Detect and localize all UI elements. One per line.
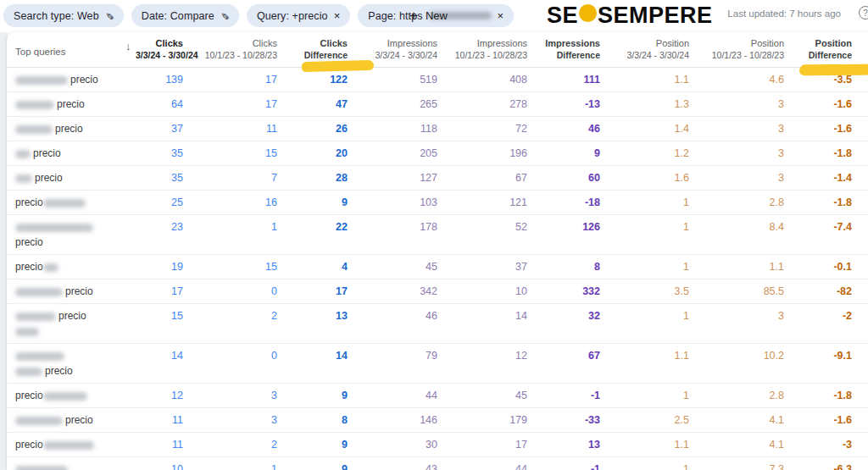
cell-position-difference: -1.8 [784,384,852,401]
cell-position-current: 1.3 [600,92,689,110]
query-cell[interactable]: precio [7,279,136,303]
query-cell[interactable]: precio [7,141,136,165]
close-icon[interactable]: × [498,10,504,21]
cell-impressions-current: 205 [348,141,437,159]
table-row[interactable]: precio35152020519691.23-1.8 [7,141,868,166]
query-text: precio [15,236,43,248]
cell-clicks-current: 11 [136,408,183,426]
table-row[interactable]: precio3572812767601.63-1.4 [7,166,868,191]
column-header-clicks-difference[interactable]: ClicksDifference [277,32,348,67]
query-cell[interactable]: precio [7,457,136,470]
redacted-query-text [43,392,87,401]
redacted-query-text [15,150,31,158]
query-cell[interactable]: precio [7,117,136,141]
table-row[interactable]: precio191544537811.1-0.1 [7,255,868,279]
cell-clicks-previous: 3 [183,408,277,426]
query-cell[interactable]: precio [7,92,136,116]
cell-impressions-difference: 126 [527,215,600,233]
cell-impressions-previous: 72 [437,117,527,135]
query-text: precio [65,414,93,426]
column-header-position-difference[interactable]: PositionDifference [784,32,852,67]
cell-position-previous: 10.2 [689,344,784,362]
cell-position-previous: 2.8 [689,191,784,208]
column-header-impressions-difference[interactable]: ImpressionsDifference [527,32,600,67]
table-row[interactable]: precio37112611872461.43-1.6 [7,117,868,141]
table-row[interactable]: precio25169103121-1812.8-1.8 [7,191,868,215]
query-cell[interactable]: precio [7,191,136,214]
filter-chip-date[interactable]: Date: Compare✎ [131,4,239,27]
table-row[interactable]: precio12394445-112.8-1.8 [7,384,868,408]
cell-clicks-previous: 1 [183,457,277,470]
cell-position-current: 1 [600,215,689,233]
cell-clicks-difference: 28 [277,166,348,184]
cell-clicks-previous: 15 [183,255,277,273]
table-row[interactable]: precio140147912671.110.2-9.1 [7,344,868,384]
table-row[interactable]: precio10194344-117.3-6.3 [7,457,868,470]
table-row[interactable]: precio231221785212618.4-7.4 [7,215,868,255]
query-cell[interactable]: precio [7,68,136,91]
cell-clicks-previous: 17 [183,68,277,86]
table-row[interactable]: precio11293017131.14.1-3 [7,433,868,457]
cell-position-current: 1 [600,384,689,401]
column-header-impressions-previous[interactable]: Impressions10/1/23 - 10/28/23 [437,32,527,67]
cell-clicks-current: 14 [136,344,183,362]
cell-clicks-previous: 3 [183,384,277,401]
cell-clicks-difference: 20 [277,141,348,159]
close-icon[interactable]: × [334,10,341,21]
query-cell[interactable]: precio [7,255,136,279]
column-header-top-queries[interactable]: Top queries [7,32,136,67]
column-header-position-previous[interactable]: Position10/1/23 - 10/28/23 [689,32,784,67]
query-text: precio [65,285,93,297]
new-filter-button[interactable]: + New [409,4,448,27]
cell-impressions-difference: 13 [527,433,600,451]
query-cell[interactable]: precio [7,166,136,190]
column-header-position-current[interactable]: Position3/3/24 - 3/30/24 [600,32,689,67]
redacted-query-text [15,328,39,336]
table-row[interactable]: precio641747265278-131.33-1.6 [7,92,868,117]
query-cell[interactable]: precio [7,304,136,343]
column-subtitle: Difference [277,50,348,61]
cell-position-difference: -1.6 [784,408,852,426]
table-row[interactable]: precio1138146179-332.54.1-1.6 [7,408,868,433]
cell-impressions-current: 30 [348,433,437,451]
cell-clicks-current: 19 [136,255,183,273]
query-cell[interactable]: precio [7,433,136,456]
edit-icon[interactable]: ✎ [104,11,114,19]
filter-bar: Search type: Web✎Date: Compare✎Query: +p… [0,0,868,32]
cell-clicks-current: 23 [136,215,183,233]
table-row[interactable]: precio139171225194081111.14.6-3.5 [7,68,868,92]
redacted-query-text [15,466,68,470]
query-text: precio [70,74,98,86]
cell-impressions-difference: -18 [527,191,600,208]
cell-clicks-difference: 9 [277,384,348,401]
sort-descending-icon[interactable]: ↓ [125,40,131,53]
filter-chip-query[interactable]: Query: +precio× [247,4,350,27]
cell-clicks-difference: 13 [277,304,348,322]
cell-position-difference: -1.8 [784,191,852,208]
table-row[interactable]: precio17017342103323.585.5-82 [7,279,868,304]
query-cell[interactable]: precio [7,215,136,254]
query-text: precio [15,261,43,273]
column-title: Clicks [277,38,348,49]
query-cell[interactable]: precio [7,384,136,407]
table-row[interactable]: precio1521346143213-2 [7,304,868,344]
cell-clicks-difference: 9 [277,191,348,208]
filter-chip-search-type[interactable]: Search type: Web✎ [3,4,124,27]
cell-clicks-current: 12 [136,384,183,401]
cell-impressions-current: 46 [348,304,437,322]
cell-clicks-previous: 0 [183,279,277,297]
cell-position-difference: -1.4 [784,166,852,184]
column-header-clicks-previous[interactable]: Clicks10/1/23 - 10/28/23 [183,32,277,67]
column-title: Clicks [136,38,183,49]
help-glyph: ? [863,8,868,18]
edit-icon[interactable]: ✎ [220,11,230,19]
query-cell[interactable]: precio [7,408,136,432]
cell-impressions-current: 178 [348,215,437,233]
cell-clicks-current: 11 [136,433,183,451]
column-header-clicks-current[interactable]: ↓Clicks3/3/24 - 3/30/24 [136,32,183,67]
query-cell[interactable]: precio [7,344,136,383]
cell-clicks-previous: 11 [183,117,277,135]
cell-position-previous: 4.1 [689,408,784,426]
help-icon[interactable]: ? [859,6,868,19]
cell-position-previous: 3 [689,141,784,159]
